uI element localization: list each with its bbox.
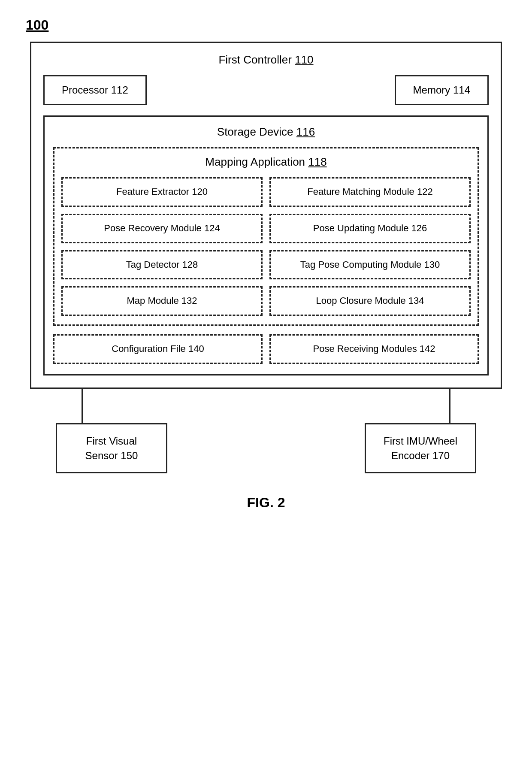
module-map-module: Map Module 132 bbox=[61, 286, 263, 316]
page-ref: 100 bbox=[26, 17, 506, 33]
module-pose-updating: Pose Updating Module 126 bbox=[269, 214, 471, 243]
config-file-box: Configuration File 140 bbox=[53, 334, 263, 364]
module-tag-pose-computing: Tag Pose Computing Module 130 bbox=[269, 250, 471, 280]
left-vertical-line bbox=[82, 389, 83, 423]
diagram: First Controller 110 Processor 112 Memor… bbox=[30, 42, 502, 511]
mapping-application-label: Mapping Application 118 bbox=[61, 155, 471, 169]
config-pose-row: Configuration File 140 Pose Receiving Mo… bbox=[53, 334, 479, 364]
mapping-application-box: Mapping Application 118 Feature Extracto… bbox=[53, 147, 479, 326]
first-controller-label: First Controller 110 bbox=[43, 53, 489, 67]
module-tag-detector: Tag Detector 128 bbox=[61, 250, 263, 280]
right-connector bbox=[449, 389, 450, 423]
module-pose-recovery: Pose Recovery Module 124 bbox=[61, 214, 263, 243]
module-feature-matching: Feature Matching Module 122 bbox=[269, 177, 471, 207]
modules-grid: Feature Extractor 120 Feature Matching M… bbox=[61, 177, 471, 316]
storage-device-label: Storage Device 116 bbox=[53, 125, 479, 139]
connectors bbox=[30, 389, 502, 423]
right-vertical-line bbox=[449, 389, 450, 423]
proc-mem-row: Processor 112 Memory 114 bbox=[43, 75, 489, 105]
left-connector bbox=[82, 389, 83, 423]
first-visual-sensor-box: First VisualSensor 150 bbox=[56, 423, 167, 473]
module-loop-closure: Loop Closure Module 134 bbox=[269, 286, 471, 316]
first-imu-box: First IMU/WheelEncoder 170 bbox=[365, 423, 476, 473]
pose-receiving-box: Pose Receiving Modules 142 bbox=[269, 334, 479, 364]
storage-device-box: Storage Device 116 Mapping Application 1… bbox=[43, 115, 489, 375]
memory-box: Memory 114 bbox=[395, 75, 489, 105]
fig-caption: FIG. 2 bbox=[247, 495, 285, 511]
processor-box: Processor 112 bbox=[43, 75, 147, 105]
page-container: 100 First Controller 110 Processor 112 M… bbox=[26, 17, 506, 511]
module-feature-extractor: Feature Extractor 120 bbox=[61, 177, 263, 207]
bottom-boxes: First VisualSensor 150 First IMU/WheelEn… bbox=[30, 423, 502, 473]
first-controller-box: First Controller 110 Processor 112 Memor… bbox=[30, 42, 502, 389]
